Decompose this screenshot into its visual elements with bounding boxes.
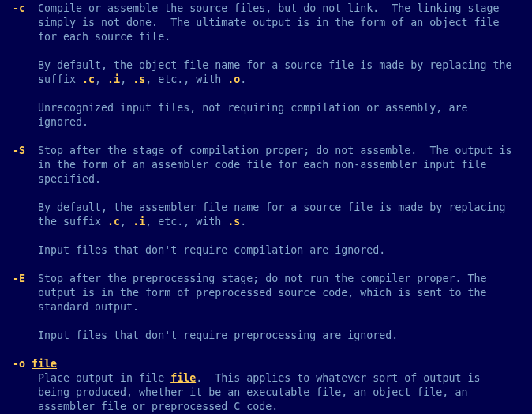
option-paragraph: Place output in file file. This applies … [6,371,526,414]
option-paragraph: Input files that don't require compilati… [6,243,526,258]
option-paragraph: -E Stop after the preprocessing stage; d… [6,272,526,314]
blank-line [6,343,526,357]
option-paragraph: Unrecognized input files, not requiring … [6,101,526,130]
manpage-content: -c Compile or assemble the source files,… [0,0,532,414]
option-paragraph: By default, the assembler file name for … [6,201,526,229]
option-paragraph: Input files that don't require preproces… [6,329,526,343]
option-paragraph: -c Compile or assemble the source files,… [6,2,526,44]
blank-line [6,87,526,101]
option-flag: -o file [6,357,526,371]
blank-line [6,229,526,243]
blank-line [6,258,526,272]
blank-line [6,186,526,201]
blank-line [6,44,526,58]
blank-line [6,130,526,144]
option-paragraph: -S Stop after the stage of compilation p… [6,144,526,186]
option-paragraph: By default, the object file name for a s… [6,58,526,87]
blank-line [6,314,526,329]
